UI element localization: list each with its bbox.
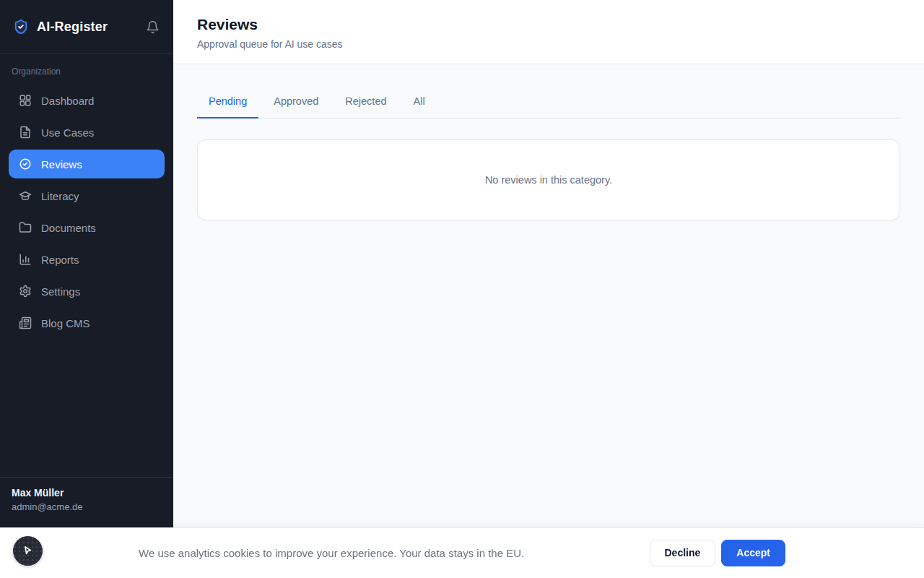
- tab-all[interactable]: All: [402, 87, 437, 118]
- content-area: PendingApprovedRejectedAll No reviews in…: [173, 64, 924, 220]
- circle-check-icon: [19, 158, 32, 171]
- tab-approved[interactable]: Approved: [262, 87, 330, 118]
- sidebar: AI-Register Organization Dashboard Use C…: [0, 0, 173, 578]
- sidebar-item-label: Settings: [41, 285, 80, 298]
- sidebar-user-panel: Max Müller admin@acme.de: [0, 477, 173, 527]
- gear-icon: [19, 285, 32, 298]
- dashboard-grid-icon: [19, 94, 32, 107]
- empty-state-card: No reviews in this category.: [197, 139, 900, 220]
- sidebar-item-documents[interactable]: Documents: [9, 213, 165, 242]
- sidebar-item-settings[interactable]: Settings: [9, 277, 165, 306]
- app-title: AI-Register: [37, 20, 144, 35]
- sidebar-item-use-cases[interactable]: Use Cases: [9, 118, 165, 147]
- file-text-icon: [19, 126, 32, 139]
- page-header: Reviews Approval queue for AI use cases: [173, 0, 924, 64]
- sidebar-item-label: Blog CMS: [41, 317, 90, 329]
- newspaper-icon: [19, 316, 32, 329]
- sidebar-item-reviews[interactable]: Reviews: [9, 150, 165, 178]
- sidebar-item-label: Dashboard: [41, 95, 94, 107]
- tab-rejected[interactable]: Rejected: [334, 87, 398, 118]
- graduation-cap-icon: [19, 189, 32, 202]
- page-subtitle: Approval queue for AI use cases: [197, 38, 900, 50]
- shield-check-icon: [13, 18, 29, 35]
- sidebar-section-label: Organization: [12, 66, 162, 77]
- bar-chart-icon: [19, 253, 32, 266]
- sidebar-item-label: Reviews: [41, 158, 82, 171]
- sidebar-item-blog-cms[interactable]: Blog CMS: [9, 309, 165, 337]
- accept-button[interactable]: Accept: [721, 540, 785, 566]
- sidebar-item-label: Reports: [41, 254, 79, 266]
- cookie-banner-actions: Decline Accept: [650, 540, 786, 566]
- tab-bar: PendingApprovedRejectedAll: [197, 87, 900, 118]
- user-email: admin@acme.de: [12, 501, 162, 512]
- sidebar-item-literacy[interactable]: Literacy: [9, 181, 165, 210]
- sidebar-logo-row: AI-Register: [0, 0, 173, 54]
- sidebar-item-label: Use Cases: [41, 126, 94, 139]
- decline-button[interactable]: Decline: [650, 540, 716, 566]
- sidebar-item-label: Documents: [41, 222, 96, 234]
- main-area: Reviews Approval queue for AI use cases …: [173, 0, 924, 578]
- cursor-indicator: [13, 536, 43, 566]
- folder-icon: [19, 221, 32, 234]
- sidebar-item-label: Literacy: [41, 190, 79, 202]
- sidebar-item-reports[interactable]: Reports: [9, 245, 165, 274]
- cookie-banner-message: We use analytics cookies to improve your…: [139, 547, 524, 559]
- user-name: Max Müller: [12, 487, 162, 499]
- cookie-banner: We use analytics cookies to improve your…: [0, 527, 924, 578]
- mouse-pointer-icon: [22, 545, 34, 557]
- empty-state-message: No reviews in this category.: [485, 174, 612, 186]
- bell-icon[interactable]: [144, 19, 160, 35]
- page-title: Reviews: [197, 15, 900, 34]
- tab-pending[interactable]: Pending: [197, 87, 258, 118]
- sidebar-nav: Dashboard Use Cases Reviews Literacy Doc…: [0, 86, 173, 337]
- sidebar-item-dashboard[interactable]: Dashboard: [9, 86, 165, 115]
